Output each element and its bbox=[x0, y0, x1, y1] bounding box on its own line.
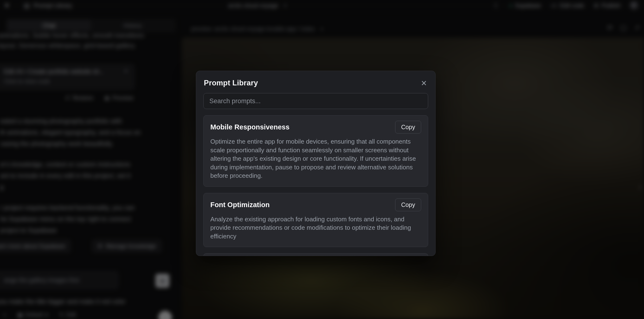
prompt-description: Optimize the entire app for mobile devic… bbox=[210, 137, 421, 180]
prompt-title: Font Optimization bbox=[210, 201, 270, 209]
modal-header: Prompt Library × bbox=[204, 79, 428, 87]
copy-button[interactable]: Copy bbox=[395, 121, 421, 134]
prompt-card: Font Optimization Copy Analyze the exist… bbox=[203, 193, 428, 247]
app-window: ♥ ▤ Prompt Library arctic-cloud-voyage ▾… bbox=[0, 0, 644, 319]
prompt-card-header: Mobile Responsiveness Copy bbox=[210, 121, 421, 134]
search-input[interactable] bbox=[203, 93, 428, 109]
prompt-card-header: Font Optimization Copy bbox=[210, 198, 421, 211]
prompt-card: Mobile Responsiveness Copy Optimize the … bbox=[203, 115, 428, 187]
prompt-card-partial bbox=[203, 253, 428, 256]
prompt-description: Analyze the existing approach for loadin… bbox=[210, 215, 421, 241]
modal-title: Prompt Library bbox=[204, 79, 258, 87]
search-box bbox=[203, 93, 428, 109]
copy-button[interactable]: Copy bbox=[395, 198, 421, 211]
prompt-title: Mobile Responsiveness bbox=[210, 123, 290, 131]
close-icon[interactable]: × bbox=[420, 79, 428, 87]
prompt-library-modal: Prompt Library × Mobile Responsiveness C… bbox=[196, 71, 436, 256]
